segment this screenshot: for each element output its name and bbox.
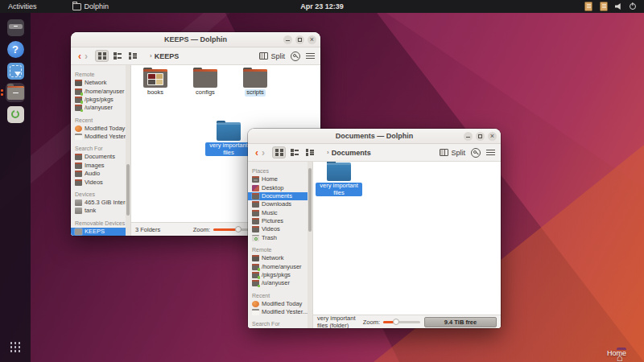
sidebar-item-label: Music <box>262 210 278 216</box>
sidebar-item-videos[interactable]: Videos <box>248 225 312 233</box>
minimize-button[interactable] <box>283 35 292 44</box>
scrollbar-thumb[interactable] <box>126 164 130 216</box>
compact-view-button[interactable] <box>287 146 301 158</box>
sidebar-item-pictures[interactable]: Pictures <box>248 217 312 225</box>
sidebar-item-network[interactable]: Network <box>71 79 130 87</box>
hamburger-menu-icon[interactable] <box>486 150 495 155</box>
file-label: books <box>146 89 165 97</box>
sidebar-item-downloads[interactable]: Downloads <box>248 200 312 208</box>
file-label: very important files <box>205 142 252 156</box>
sidebar-item-label: Downloads <box>262 201 291 208</box>
forward-button[interactable]: › <box>260 148 266 158</box>
sidebar-item-internal-drive[interactable]: 465.3 GiB Intern... <box>71 199 130 207</box>
dock-item-dolphin[interactable] <box>6 83 25 102</box>
sidebar-item-audio[interactable]: Audio <box>71 170 130 178</box>
sidebar-item-desktop[interactable]: Desktop <box>248 183 312 191</box>
dolphin-app-icon <box>72 3 81 10</box>
icons-view-button[interactable] <box>272 146 286 158</box>
clipboard-icon[interactable] <box>600 2 608 11</box>
folder-view[interactable]: very important files <box>313 162 501 315</box>
sidebar-item-keeps[interactable]: KEEPS <box>71 228 130 236</box>
back-button[interactable]: ‹ <box>76 51 83 61</box>
sidebar-item-u-anyuser[interactable]: /u/anyuser <box>248 279 312 287</box>
titlebar[interactable]: Documents — Dolphin <box>248 129 501 144</box>
maximize-button[interactable] <box>476 132 485 141</box>
dock-item-help[interactable] <box>6 39 25 59</box>
folder-icon <box>75 154 82 160</box>
sidebar-item-label: /home/anyuser <box>262 264 302 270</box>
split-view-icon <box>440 149 448 156</box>
sidebar-item-modified-yesterday[interactable]: Modified Yester... <box>248 308 312 316</box>
sidebar-item-modified-today[interactable]: Modified Today <box>71 125 130 133</box>
sidebar-item-pkgs[interactable]: /pkgs/pkgs <box>71 96 130 104</box>
volume-icon[interactable] <box>615 3 622 10</box>
split-button[interactable]: Split <box>440 149 465 157</box>
dock-item-trash[interactable] <box>6 105 25 124</box>
sidebar-item-videos[interactable]: Videos <box>71 178 130 186</box>
system-tray[interactable] <box>584 2 644 11</box>
close-button[interactable] <box>308 35 316 44</box>
window-documents: Documents — Dolphin ‹ › › Documents Spli… <box>248 129 501 328</box>
file-item-very-important-files[interactable]: very important files <box>316 162 362 196</box>
sidebar-item-modified-today[interactable]: Modified Today <box>248 300 312 308</box>
breadcrumb-location: Documents <box>332 149 371 157</box>
sidebar-scrollbar[interactable] <box>126 65 130 236</box>
zoom-slider-knob[interactable] <box>393 319 399 325</box>
sidebar-item-trash[interactable]: Trash <box>248 234 312 242</box>
app-grid-button[interactable] <box>10 342 21 352</box>
sidebar-item-home-anyuser[interactable]: /home/anyuser <box>248 262 312 270</box>
sidebar-item-music[interactable]: Music <box>248 209 312 217</box>
maximize-button[interactable] <box>295 35 304 44</box>
sidebar-item-label: Images <box>85 162 105 169</box>
sidebar-item-pkgs[interactable]: /pkgs/pkgs <box>248 271 312 279</box>
minimize-button[interactable] <box>464 132 473 141</box>
forward-button[interactable]: › <box>83 51 89 61</box>
sidebar-item-u-anyuser[interactable]: /u/anyuser <box>71 104 130 112</box>
file-item-very-important-files[interactable]: very important files <box>205 122 252 156</box>
desktop-icon-home[interactable]: ⌂ Home <box>597 349 636 357</box>
section-header-search-for: Search For <box>75 146 126 151</box>
back-button[interactable]: ‹ <box>254 148 260 158</box>
scrollbar-thumb[interactable] <box>308 168 312 232</box>
compact-view-button[interactable] <box>110 50 124 62</box>
file-item-configs[interactable]: configs <box>182 69 229 97</box>
sidebar-item-documents[interactable]: Documents <box>71 153 130 161</box>
file-item-scripts[interactable]: scripts <box>232 69 279 97</box>
clipboard-icon[interactable] <box>584 2 592 11</box>
sidebar-item-label: 465.3 GiB Intern... <box>85 200 131 206</box>
file-label: scripts <box>245 89 266 97</box>
sidebar-item-tank[interactable]: tank <box>71 207 130 215</box>
sidebar-item-label: tank <box>85 208 96 214</box>
details-view-button[interactable] <box>303 146 316 158</box>
dock-item-screenshot[interactable] <box>6 61 25 80</box>
zoom-slider[interactable] <box>383 321 420 323</box>
file-item-books[interactable]: books <box>132 69 179 97</box>
search-icon[interactable] <box>471 148 481 158</box>
titlebar[interactable]: KEEPS — Dolphin <box>71 32 320 47</box>
details-view-button[interactable] <box>126 50 139 62</box>
sidebar-item-label: Modified Today <box>262 301 302 307</box>
icons-view-icon <box>275 149 283 156</box>
focused-app-menu[interactable]: Dolphin <box>72 2 109 10</box>
breadcrumb[interactable]: › Documents <box>327 149 371 157</box>
power-icon[interactable] <box>630 3 636 10</box>
sidebar-item-label: Trash <box>262 235 277 241</box>
zoom-slider-knob[interactable] <box>235 226 242 232</box>
split-button[interactable]: Split <box>259 52 285 60</box>
sidebar-item-images[interactable]: Images <box>71 162 130 170</box>
sidebar-item-home[interactable]: Home <box>248 175 312 183</box>
sidebar-scrollbar[interactable] <box>308 162 312 328</box>
close-button[interactable] <box>488 132 497 141</box>
sidebar-item-home-anyuser[interactable]: /home/anyuser <box>71 87 130 95</box>
search-icon[interactable] <box>291 51 300 61</box>
sidebar-item-label: Home <box>262 176 278 183</box>
sidebar-item-documents[interactable]: Documents <box>248 192 312 200</box>
icons-view-button[interactable] <box>95 50 109 62</box>
hamburger-menu-icon[interactable] <box>306 53 315 59</box>
sidebar-item-modified-yesterday[interactable]: Modified Yester... <box>71 133 130 141</box>
trash-icon <box>7 106 24 123</box>
dock-item-files[interactable] <box>6 18 25 37</box>
activities-button[interactable]: Activities <box>8 2 37 10</box>
sidebar-item-network[interactable]: Network <box>248 254 312 262</box>
breadcrumb[interactable]: › KEEPS <box>150 52 179 60</box>
